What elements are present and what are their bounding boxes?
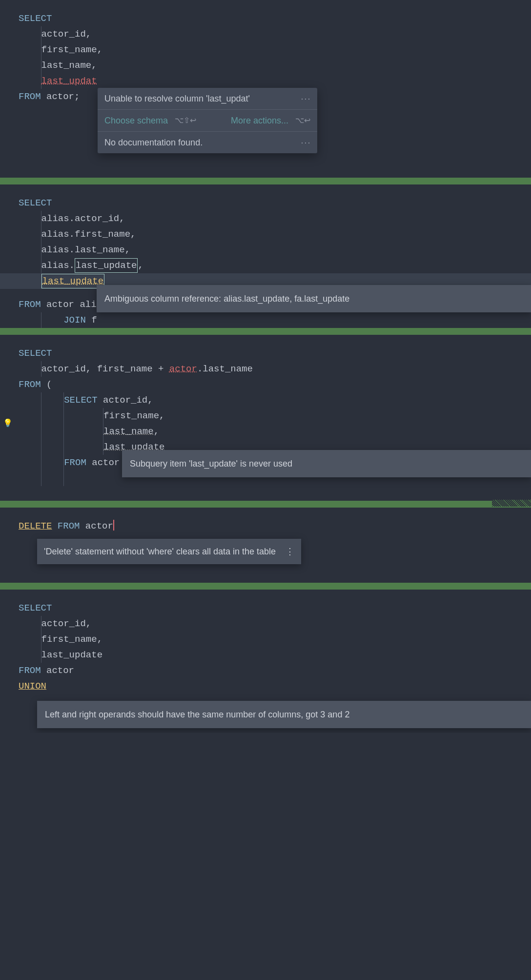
more-icon[interactable]: ⋮ (286, 544, 294, 559)
code-block-4[interactable]: DELETE FROM actor 'Delete' statement wit… (0, 508, 531, 583)
keyword-join: JOIN (63, 315, 86, 326)
column-error[interactable]: last_updat (41, 76, 97, 86)
more-icon[interactable]: ⋮ (301, 94, 311, 103)
column-prefix: alias. (41, 260, 75, 271)
code-block-3[interactable]: SELECT actor_id, first_name + actor.last… (0, 335, 531, 501)
paren: ( (41, 379, 52, 390)
keyword-select: SELECT (19, 348, 52, 359)
code-block-5[interactable]: SELECT actor_id, first_name, last_update… (0, 590, 531, 733)
tooltip-text: Ambiguous column reference: alias.last_u… (104, 294, 349, 304)
keyword-select: SELECT (19, 13, 52, 24)
comma: , (138, 260, 143, 271)
expr: .last_name (197, 364, 253, 374)
keyword-from: FROM (19, 665, 41, 676)
expr: actor_id, first_name + (41, 364, 169, 374)
more-actions-link[interactable]: More actions... (231, 115, 288, 126)
keyword-union-warning[interactable]: UNION (19, 681, 46, 692)
column: actor_id, (98, 395, 153, 406)
code-blocks-container: SELECT actor_id, first_name, last_name, … (0, 0, 531, 733)
column: alias.last_name, (41, 245, 130, 255)
keyword-select: SELECT (19, 603, 52, 613)
choose-schema-link[interactable]: Choose schema (104, 115, 168, 126)
keyword-select: SELECT (64, 395, 97, 406)
keyword-from: FROM (64, 457, 86, 468)
no-doc-text: No documentation found. (104, 137, 295, 148)
keyword-select: SELECT (19, 198, 52, 208)
table-name: actor (46, 665, 74, 676)
tooltip-text: 'Delete' statement without 'where' clear… (44, 544, 276, 559)
keyword-from: FROM (19, 299, 41, 310)
column: first_name, (103, 410, 164, 421)
separator (0, 501, 531, 508)
table-name: actor (85, 521, 113, 531)
highlighted-token[interactable]: last_update (75, 258, 138, 273)
comma: , (154, 426, 159, 437)
inspection-tooltip: Ambiguous column reference: alias.last_u… (97, 285, 531, 312)
join-fragment: f (91, 315, 97, 326)
code-block-1[interactable]: SELECT actor_id, first_name, last_name, … (0, 0, 531, 178)
column: last_name, (41, 60, 97, 71)
table-name: actor (46, 91, 74, 102)
column: actor_id, (41, 618, 92, 629)
code-block-2[interactable]: SELECT alias.actor_id, alias.first_name,… (0, 184, 531, 328)
tooltip-text: Subquery item 'last_update' is never use… (130, 459, 292, 469)
separator (0, 178, 531, 184)
popup-title: Unable to resolve column 'last_updat' (104, 93, 295, 104)
column: alias.first_name, (41, 229, 136, 240)
separator-noise (492, 500, 531, 507)
error-token[interactable]: actor (169, 364, 197, 374)
semicolon: ; (74, 91, 80, 102)
separator (0, 328, 531, 335)
inspection-popup: Unable to resolve column 'last_updat' ⋮ … (98, 88, 317, 153)
more-icon[interactable]: ⋮ (301, 138, 311, 147)
inspection-tooltip: 'Delete' statement without 'where' clear… (37, 539, 301, 564)
separator (0, 583, 531, 590)
column: actor_id, (41, 29, 92, 40)
column: alias.actor_id, (41, 213, 125, 224)
tooltip-text: Left and right operands should have the … (45, 710, 349, 719)
column: first_name, (41, 634, 102, 645)
highlighted-token-warning[interactable]: last_update (41, 274, 104, 288)
keyword-delete-warning[interactable]: DELETE (19, 521, 52, 531)
inspection-tooltip: Subquery item 'last_update' is never use… (122, 450, 531, 477)
shortcut-label: ⌥⇧↩ (175, 115, 196, 126)
column: first_name, (41, 44, 102, 55)
keyword-from: FROM (19, 379, 41, 390)
from-fragment: actor ali (46, 299, 97, 310)
table-name: actor (86, 457, 120, 468)
keyword-from: FROM (19, 91, 41, 102)
column-warning[interactable]: last_name (103, 426, 154, 437)
shortcut-label: ⌥↩ (295, 115, 310, 126)
keyword-from: FROM (58, 521, 80, 531)
column: last_update (41, 650, 102, 660)
caret-icon (113, 520, 114, 531)
inspection-tooltip: Left and right operands should have the … (37, 701, 531, 728)
